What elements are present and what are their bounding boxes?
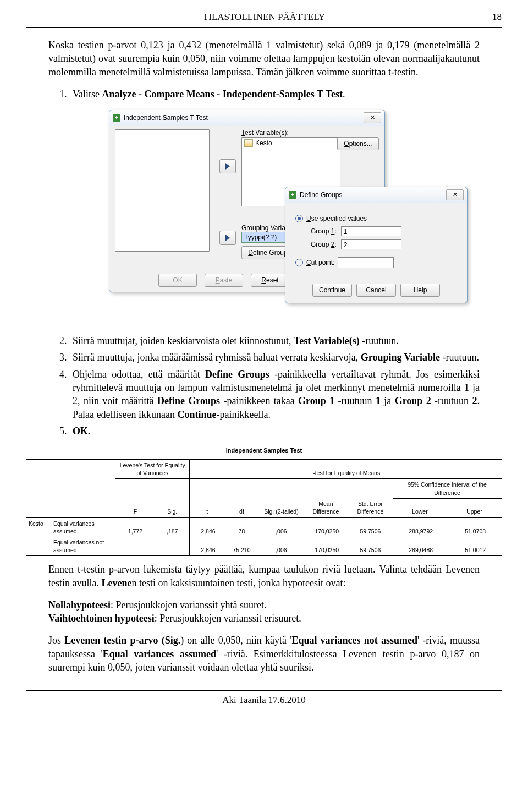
ok-button[interactable]: OK [158,274,197,287]
header-title: TILASTOLLINEN PÄÄTTELY [203,12,325,22]
var-label: Kesto [26,517,51,537]
arrow-right-icon [226,163,230,170]
r2-df: 75,210 [224,537,259,556]
col-Sig: Sig. [155,498,190,517]
r1-F: 1,772 [116,517,155,537]
reset-button[interactable]: Reset [251,274,289,287]
r2-up: -51,0012 [447,537,502,556]
step-5: OK. [73,424,91,438]
move-to-grouping-button[interactable] [219,231,236,245]
cancel-button2[interactable]: Cancel [356,284,396,297]
continue-button[interactable]: Continue [312,284,352,297]
step-1: Valitse Analyze - Compare Means - Indepe… [73,88,345,101]
r1-up: -51,0708 [447,517,502,537]
step-2: Siirrä muuttujat, joiden keskiarvoista o… [73,334,399,347]
radio-specified-values[interactable] [295,215,303,222]
r2-F [116,537,155,556]
define-groups-dialog: + Define Groups ✕ Use specified values G… [285,187,468,303]
col-df: df [224,498,259,517]
col-meandiff: Mean Difference [304,498,348,517]
plus-icon: + [289,191,296,199]
header-rule [26,27,502,28]
step-num: 1. [59,88,73,101]
paragraph-1: Koska testien p-arvot 0,123 ja 0,432 (me… [48,39,480,79]
r1-df: 78 [224,517,259,537]
radio-cut-point[interactable] [295,259,303,266]
cut-point-input[interactable] [338,257,394,268]
plus-icon: + [113,114,120,122]
r1-low: -288,9792 [393,517,447,537]
r1-sig2: ,006 [259,517,304,537]
test-variable-item: Kesto [255,139,272,148]
r1-md: -170,0250 [304,517,348,537]
paragraph-2: Ennen t-testin p-arvon lukemista täytyy … [48,563,480,590]
dialog-screenshot: + Independent-Samples T Test ✕ Test Vari… [26,110,502,319]
page-header: TILASTOLLINEN PÄÄTTELY 18 [26,11,502,27]
r1-t: -2,846 [190,517,224,537]
group2-label: Group 2: [311,240,337,249]
page-footer: Aki Taanila 17.6.2010 [26,690,502,707]
col-upper: Upper [447,498,502,517]
r1-Sig: ,187 [155,517,190,537]
steps-list-cont: 2. Siirrä muuttujat, joiden keskiarvoist… [59,334,480,438]
col-F: F [116,498,155,517]
r2-Sig [155,537,190,556]
r2-t: -2,846 [190,537,224,556]
r2-sig2: ,006 [259,537,304,556]
col-lower: Lower [393,498,447,517]
group2-input[interactable]: 2 [341,239,402,249]
hypotheses: Nollahypoteesi: Perusjoukkojen varianssi… [48,598,480,625]
dialog2-title: Define Groups [300,190,446,199]
spss-output-table: Independent Samples Test Levene's Test f… [26,446,502,556]
r1-se: 59,7506 [348,517,393,537]
test-variables-label: Test Variable(s): [241,128,289,137]
radio-specified-label: Use specified values [306,214,367,223]
page-number: 18 [492,11,502,24]
close-icon[interactable]: ✕ [364,112,381,123]
r2-md: -170,0250 [304,537,348,556]
help-button[interactable]: Help [400,284,440,297]
source-variable-list[interactable] [115,129,210,252]
paste-button[interactable]: Paste [205,274,243,287]
ci-header: 95% Confidence Interval of the Differenc… [393,479,502,498]
move-to-test-button[interactable] [219,159,236,173]
steps-list: 1. Valitse Analyze - Compare Means - Ind… [59,88,480,101]
grouping-variable-label: Grouping Variabl [241,224,290,232]
close-icon[interactable]: ✕ [446,189,464,200]
radio-cut-label: Cut point: [306,258,334,267]
row2-label: Equal variances not assumed [51,537,116,556]
group1-label: Group 1: [311,227,337,236]
col-sig2: Sig. (2-tailed) [259,498,304,517]
levene-header: Levene's Test for Equality of Variances [116,460,190,479]
step-3: Siirrä muuttuja, jonka määräämissä ryhmi… [73,351,479,364]
step-4: Ohjelma odottaa, että määrität Define Gr… [73,368,480,421]
paragraph-3: Jos Levenen testin p-arvo (Sig.) on alle… [48,634,480,674]
col-t: t [190,498,224,517]
output-title: Independent Samples Test [26,446,502,455]
ttest-header: t-test for Equality of Means [190,460,502,479]
r2-se: 59,7506 [348,537,393,556]
row1-label: Equal variances assumed [51,517,116,537]
group1-input[interactable]: 1 [341,226,402,236]
r2-low: -289,0488 [393,537,447,556]
dialog1-title: Independent-Samples T Test [124,113,364,122]
scale-icon [244,139,253,147]
arrow-right-icon [226,235,230,241]
options-button[interactable]: Options... [337,137,379,150]
col-sediff: Std. Error Difference [348,498,393,517]
